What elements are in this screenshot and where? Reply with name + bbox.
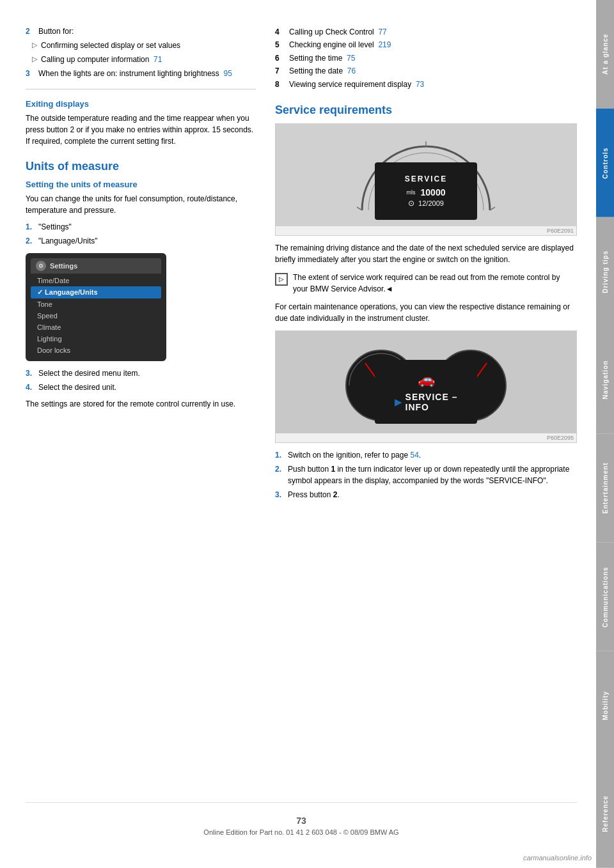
service-image-top: SERVICE mls 10000 ⊙	[276, 124, 576, 226]
menu-item-language-units[interactable]: ✓ Language/Units	[31, 286, 161, 298]
step-1-text: "Settings"	[38, 221, 72, 233]
page-number: 73	[26, 816, 577, 826]
item-3-link[interactable]: 95	[224, 69, 232, 78]
exiting-displays-title: Exiting displays	[26, 99, 256, 109]
item-5-num: 5	[275, 38, 284, 51]
service-display-image: SERVICE mls 10000 ⊙	[275, 123, 577, 236]
divider-1	[26, 89, 256, 89]
item-6-text: Setting the time 75	[289, 52, 355, 65]
service-info-arrow-icon: ▶	[395, 397, 402, 407]
header-item-7: 7 Setting the date 76	[275, 65, 577, 77]
two-column-layout: 2 Button for: ▷ Confirming selected disp…	[26, 26, 577, 789]
item-8-link[interactable]: 73	[416, 80, 424, 89]
left-column: 2 Button for: ▷ Confirming selected disp…	[26, 26, 256, 789]
bullet-1: ▷ Confirming selected display or set val…	[26, 40, 256, 51]
clock-icon: ⊙	[408, 199, 414, 208]
bullet-arrow-2: ▷	[32, 54, 37, 65]
units-description: You can change the units for fuel consum…	[26, 193, 256, 216]
sidebar-tab-at-glance[interactable]: At a glance	[596, 0, 614, 109]
service-requirements-title: Service requirements	[275, 104, 577, 117]
header-item-5: 5 Checking engine oil level 219	[275, 38, 577, 51]
menu-item-tone[interactable]: Tone	[31, 298, 161, 310]
settings-menu-image: ⚙ Settings Time/Date ✓ Language/Units To…	[26, 253, 166, 361]
item-6-num: 6	[275, 52, 284, 65]
watermark: carmanualsonline.info	[523, 854, 592, 862]
header-item-4: 4 Calling up Check Control 77	[275, 26, 577, 38]
header-list: 4 Calling up Check Control 77 5 Checking…	[275, 26, 577, 91]
step-2-num: 2.	[26, 235, 35, 247]
intro-item-2: 2 Button for:	[26, 26, 256, 37]
settings-title-bar: ⚙ Settings	[31, 258, 161, 274]
service-info-caption: P60E2095	[276, 433, 576, 442]
menu-item-lighting[interactable]: Lighting	[31, 333, 161, 345]
exiting-displays-section: Exiting displays The outside temperature…	[26, 99, 256, 147]
menu-item-climate[interactable]: Climate	[31, 322, 161, 333]
service-step-3-num: 3.	[275, 489, 284, 500]
step-4-text: Select the desired unit.	[38, 382, 116, 393]
exiting-displays-text: The outside temperature reading and the …	[26, 112, 256, 147]
item-4-text: Calling up Check Control 77	[289, 26, 387, 38]
service-requirements-section: Service requirements	[275, 104, 577, 500]
menu-item-door-locks[interactable]: Door locks	[31, 345, 161, 356]
sidebar-tab-entertainment[interactable]: Entertainment	[596, 434, 614, 543]
service-step-1-link[interactable]: 54	[410, 451, 418, 460]
settings-menu-title: Settings	[50, 262, 77, 270]
item-5-link[interactable]: 219	[378, 40, 391, 49]
item-7-num: 7	[275, 65, 284, 77]
service-info-image: 🚗 ▶ SERVICE –INFO P60E2095	[275, 330, 577, 443]
setting-units-subtitle: Setting the units of measure	[26, 180, 256, 189]
menu-item-speed[interactable]: Speed	[31, 310, 161, 322]
item-2-text: Button for:	[38, 26, 74, 37]
service-display-bottom: mls 10000	[407, 187, 446, 198]
item-7-link[interactable]: 76	[347, 66, 356, 75]
service-info-text-box: ▶ SERVICE –INFO	[395, 392, 458, 412]
sidebar-tab-communications[interactable]: Communications	[596, 543, 614, 651]
bullet-1-text: Confirming selected display or set value…	[41, 40, 180, 51]
step-3: 3. Select the desired menu item.	[26, 368, 256, 379]
sidebar-tab-navigation[interactable]: Navigation	[596, 325, 614, 434]
service-overlay: SERVICE mls 10000 ⊙	[375, 162, 477, 220]
step-4-num: 4.	[26, 382, 35, 393]
item-4-link[interactable]: 77	[378, 27, 386, 36]
sidebar-tab-mobility[interactable]: Mobility	[596, 651, 614, 760]
service-date: ⊙ 12/2009	[408, 199, 444, 208]
bullet-2: ▷ Calling up computer information 71	[26, 54, 256, 65]
step-2: 2. "Language/Units"	[26, 235, 256, 247]
item-4-num: 4	[275, 26, 284, 38]
service-desc-text1: The remaining driving distance and the d…	[275, 242, 577, 265]
item-5-text: Checking engine oil level 219	[289, 38, 391, 51]
bullet-2-link[interactable]: 71	[154, 55, 162, 64]
item-7-text: Setting the date 76	[289, 65, 356, 77]
step-4: 4. Select the desired unit.	[26, 382, 256, 393]
item-6-link[interactable]: 75	[347, 54, 355, 63]
note-text: The extent of service work required can …	[293, 272, 577, 295]
sidebar-tab-reference[interactable]: Reference	[596, 759, 614, 868]
service-step-2-num: 2.	[275, 463, 284, 486]
note-box: ▷ The extent of service work required ca…	[275, 272, 577, 295]
sidebar-tab-controls[interactable]: Controls	[596, 109, 614, 217]
edition-text: Online Edition for Part no. 01 41 2 603 …	[26, 828, 577, 836]
service-step-3: 3. Press button 2.	[275, 489, 577, 500]
settings-footer-note: The settings are stored for the remote c…	[26, 398, 256, 410]
service-info-label: SERVICE –INFO	[405, 392, 458, 412]
note-icon: ▷	[275, 273, 288, 286]
step-1-num: 1.	[26, 221, 35, 233]
header-item-8: 8 Viewing service requirement display 73	[275, 78, 577, 91]
service-image-caption: P60E2091	[276, 226, 576, 235]
main-content: 2 Button for: ▷ Confirming selected disp…	[0, 0, 596, 868]
service-info-bottom: 🚗 ▶ SERVICE –INFO	[276, 331, 576, 433]
mls-label: mls	[407, 189, 416, 196]
step-2-text: "Language/Units"	[38, 235, 98, 247]
page-container: 2 Button for: ▷ Confirming selected disp…	[0, 0, 614, 868]
service-step-1: 1. Switch on the ignition, refer to page…	[275, 449, 577, 461]
units-of-measure-section: Units of measure Setting the units of me…	[26, 160, 256, 410]
header-item-6: 6 Setting the time 75	[275, 52, 577, 65]
settings-gear-icon: ⚙	[36, 261, 46, 271]
mls-value: 10000	[421, 187, 446, 198]
menu-item-time-date[interactable]: Time/Date	[31, 275, 161, 286]
bullet-2-text: Calling up computer information 71	[41, 54, 162, 65]
page-footer: 73 Online Edition for Part no. 01 41 2 6…	[26, 802, 577, 842]
sidebar-tab-driving[interactable]: Driving tips	[596, 217, 614, 326]
service-info-display-box: 🚗 ▶ SERVICE –INFO	[375, 360, 477, 424]
step-3-num: 3.	[26, 368, 35, 379]
